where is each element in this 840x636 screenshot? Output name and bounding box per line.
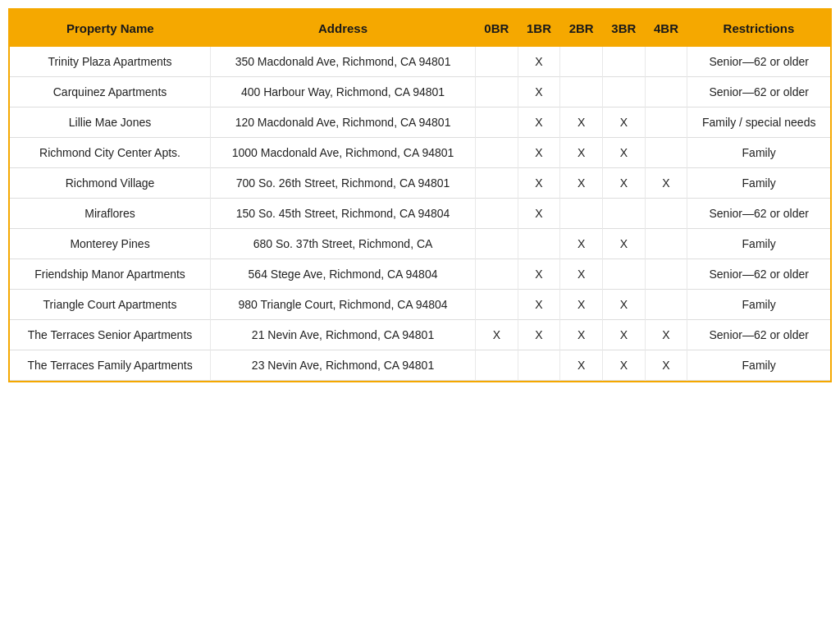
- table-row: The Terraces Family Apartments23 Nevin A…: [10, 350, 830, 381]
- cell-address: 400 Harbour Way, Richmond, CA 94801: [211, 77, 476, 108]
- cell-restrictions: Family: [687, 168, 830, 199]
- cell-2br: X: [560, 138, 603, 168]
- cell-restrictions: Family: [687, 229, 830, 259]
- table-row: Triangle Court Apartments980 Triangle Co…: [10, 290, 830, 320]
- cell-3br: [603, 259, 646, 290]
- table-row: Monterey Pines680 So. 37th Street, Richm…: [10, 229, 830, 259]
- cell-0br: [476, 229, 518, 259]
- cell-4br: [645, 108, 687, 138]
- cell-property: Richmond Village: [10, 168, 211, 199]
- header-property: Property Name: [10, 10, 211, 47]
- cell-4br: [645, 138, 687, 168]
- cell-4br: [645, 199, 687, 229]
- cell-property: Carquinez Apartments: [10, 77, 211, 108]
- cell-4br: X: [645, 320, 687, 350]
- cell-restrictions: Family: [687, 290, 830, 320]
- table-row: Richmond City Center Apts.1000 Macdonald…: [10, 138, 830, 168]
- cell-0br: [476, 350, 518, 381]
- cell-2br: [560, 199, 603, 229]
- cell-property: Trinity Plaza Apartments: [10, 47, 211, 77]
- cell-restrictions: Senior—62 or older: [687, 47, 830, 77]
- cell-property: Miraflores: [10, 199, 211, 229]
- property-table: Property Name Address 0BR 1BR 2BR 3BR 4B…: [10, 10, 830, 381]
- main-table-wrapper: Property Name Address 0BR 1BR 2BR 3BR 4B…: [8, 8, 832, 382]
- cell-restrictions: Family / special needs: [687, 108, 830, 138]
- header-1br: 1BR: [518, 10, 560, 47]
- cell-1br: X: [518, 108, 560, 138]
- cell-4br: [645, 77, 687, 108]
- cell-0br: [476, 168, 518, 199]
- table-row: Richmond Village700 So. 26th Street, Ric…: [10, 168, 830, 199]
- header-4br: 4BR: [645, 10, 687, 47]
- cell-address: 980 Triangle Court, Richmond, CA 94804: [211, 290, 476, 320]
- table-row: Miraflores150 So. 45th Street, Richmond,…: [10, 199, 830, 229]
- cell-0br: [476, 199, 518, 229]
- cell-3br: [603, 47, 646, 77]
- cell-restrictions: Senior—62 or older: [687, 259, 830, 290]
- cell-3br: X: [603, 320, 646, 350]
- cell-4br: [645, 290, 687, 320]
- cell-address: 350 Macdonald Ave, Richmond, CA 94801: [211, 47, 476, 77]
- table-row: The Terraces Senior Apartments21 Nevin A…: [10, 320, 830, 350]
- cell-address: 150 So. 45th Street, Richmond, CA 94804: [211, 199, 476, 229]
- cell-1br: X: [518, 47, 560, 77]
- cell-address: 120 Macdonald Ave, Richmond, CA 94801: [211, 108, 476, 138]
- cell-2br: X: [560, 290, 603, 320]
- cell-property: Triangle Court Apartments: [10, 290, 211, 320]
- cell-property: Richmond City Center Apts.: [10, 138, 211, 168]
- cell-0br: [476, 47, 518, 77]
- cell-0br: [476, 108, 518, 138]
- cell-3br: X: [603, 108, 646, 138]
- cell-property: The Terraces Senior Apartments: [10, 320, 211, 350]
- cell-1br: [518, 229, 560, 259]
- cell-restrictions: Family: [687, 350, 830, 381]
- cell-4br: [645, 229, 687, 259]
- cell-0br: X: [476, 320, 518, 350]
- cell-property: Lillie Mae Jones: [10, 108, 211, 138]
- cell-4br: [645, 47, 687, 77]
- cell-0br: [476, 77, 518, 108]
- cell-0br: [476, 290, 518, 320]
- cell-address: 680 So. 37th Street, Richmond, CA: [211, 229, 476, 259]
- cell-3br: X: [603, 168, 646, 199]
- cell-2br: X: [560, 320, 603, 350]
- cell-address: 564 Stege Ave, Richmond, CA 94804: [211, 259, 476, 290]
- cell-2br: X: [560, 350, 603, 381]
- cell-address: 21 Nevin Ave, Richmond, CA 94801: [211, 320, 476, 350]
- cell-restrictions: Senior—62 or older: [687, 77, 830, 108]
- cell-1br: X: [518, 199, 560, 229]
- cell-address: 1000 Macdonald Ave, Richmond, CA 94801: [211, 138, 476, 168]
- header-2br: 2BR: [560, 10, 603, 47]
- cell-1br: [518, 350, 560, 381]
- cell-2br: X: [560, 108, 603, 138]
- cell-4br: [645, 259, 687, 290]
- cell-restrictions: Senior—62 or older: [687, 199, 830, 229]
- table-row: Lillie Mae Jones120 Macdonald Ave, Richm…: [10, 108, 830, 138]
- cell-property: The Terraces Family Apartments: [10, 350, 211, 381]
- cell-3br: X: [603, 138, 646, 168]
- cell-2br: X: [560, 259, 603, 290]
- cell-0br: [476, 259, 518, 290]
- header-3br: 3BR: [603, 10, 646, 47]
- cell-address: 700 So. 26th Street, Richmond, CA 94801: [211, 168, 476, 199]
- cell-2br: X: [560, 229, 603, 259]
- cell-restrictions: Family: [687, 138, 830, 168]
- table-row: Friendship Manor Apartments564 Stege Ave…: [10, 259, 830, 290]
- cell-2br: [560, 47, 603, 77]
- header-0br: 0BR: [476, 10, 518, 47]
- cell-address: 23 Nevin Ave, Richmond, CA 94801: [211, 350, 476, 381]
- cell-4br: X: [645, 168, 687, 199]
- cell-1br: X: [518, 259, 560, 290]
- cell-1br: X: [518, 138, 560, 168]
- header-restrictions: Restrictions: [687, 10, 830, 47]
- cell-3br: X: [603, 229, 646, 259]
- table-row: Trinity Plaza Apartments350 Macdonald Av…: [10, 47, 830, 77]
- cell-3br: X: [603, 290, 646, 320]
- cell-3br: [603, 199, 646, 229]
- table-row: Carquinez Apartments400 Harbour Way, Ric…: [10, 77, 830, 108]
- table-header-row: Property Name Address 0BR 1BR 2BR 3BR 4B…: [10, 10, 830, 47]
- cell-1br: X: [518, 320, 560, 350]
- cell-2br: X: [560, 168, 603, 199]
- cell-1br: X: [518, 168, 560, 199]
- cell-0br: [476, 138, 518, 168]
